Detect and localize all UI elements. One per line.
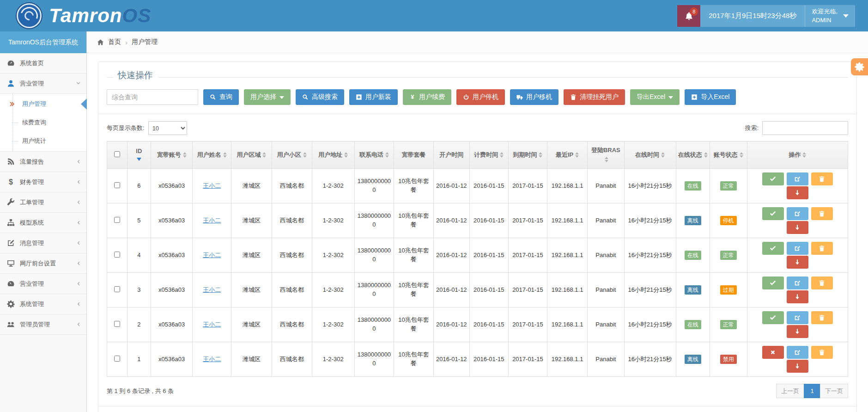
row-checkbox[interactable] bbox=[114, 321, 120, 327]
select-all-checkbox[interactable] bbox=[114, 151, 120, 157]
combined-search-input[interactable] bbox=[107, 89, 198, 105]
table-search-input[interactable] bbox=[762, 121, 848, 135]
sidebar-item-8[interactable]: 营业管理 bbox=[0, 274, 86, 294]
notifications-button[interactable]: 8 bbox=[677, 5, 700, 27]
column-header-community[interactable]: 用户小区 bbox=[272, 141, 312, 169]
column-header-online_status[interactable]: 在线状态 bbox=[676, 141, 710, 169]
toolbar-button-2[interactable]: 高级搜索 bbox=[296, 89, 344, 105]
download-action-button[interactable] bbox=[787, 360, 808, 373]
download-action-button[interactable] bbox=[787, 290, 808, 303]
compose-icon bbox=[7, 239, 15, 247]
toolbar-button-8[interactable]: 导出Excel bbox=[630, 89, 680, 105]
user-name-link[interactable]: 王小二 bbox=[203, 286, 221, 293]
column-header-expire_date[interactable]: 到期时间 bbox=[508, 141, 547, 169]
pagination-prev-button[interactable]: 上一页 bbox=[776, 384, 804, 398]
row-checkbox[interactable] bbox=[114, 356, 120, 362]
sidebar-item-1[interactable]: 营业管理 bbox=[0, 74, 86, 94]
user-name-link[interactable]: 王小二 bbox=[203, 217, 221, 224]
cell-checkbox[interactable] bbox=[107, 307, 127, 342]
sidebar-subitem-1[interactable]: 续费查询 bbox=[0, 113, 86, 132]
cell-online_time: 16小时21分15秒 bbox=[624, 342, 676, 377]
sidebar-item-5[interactable]: 模型系统 bbox=[0, 213, 86, 233]
column-header-account[interactable]: 宽带账号 bbox=[151, 141, 192, 169]
download-action-button[interactable] bbox=[787, 325, 808, 338]
sidebar-subitem-2[interactable]: 用户统计 bbox=[0, 132, 86, 150]
edit-action-button[interactable] bbox=[787, 172, 808, 185]
cell-checkbox[interactable] bbox=[107, 169, 127, 203]
delete-action-button[interactable] bbox=[811, 346, 833, 359]
pagination-page-button[interactable]: 1 bbox=[804, 384, 820, 398]
sidebar-item-3[interactable]: $财务管理 bbox=[0, 172, 86, 192]
sidebar-item-7[interactable]: 网厅前台设置 bbox=[0, 253, 86, 274]
sidebar-item-10[interactable]: 管理员管理 bbox=[0, 314, 86, 335]
row-checkbox[interactable] bbox=[114, 182, 120, 188]
sidebar-item-2[interactable]: 流量报告 bbox=[0, 152, 86, 172]
user-menu[interactable]: 欢迎光临, ADMIN bbox=[805, 5, 855, 27]
column-header-account_status[interactable]: 账号状态 bbox=[710, 141, 747, 169]
delete-action-button[interactable] bbox=[811, 207, 833, 220]
user-name-link[interactable]: 王小二 bbox=[203, 182, 221, 189]
sidebar-item-4[interactable]: 工单管理 bbox=[0, 192, 86, 213]
column-header-checkbox[interactable] bbox=[107, 141, 127, 169]
column-header-bill_date[interactable]: 计费时间 bbox=[469, 141, 508, 169]
column-header-label: 联系电话 bbox=[359, 151, 383, 158]
toolbar-button-5[interactable]: 用户停机 bbox=[456, 89, 505, 105]
column-header-ip[interactable]: 最近IP bbox=[547, 141, 587, 169]
download-action-button[interactable] bbox=[787, 256, 808, 269]
breadcrumb-home[interactable]: 首页 bbox=[108, 38, 121, 46]
user-name-link[interactable]: 王小二 bbox=[203, 356, 221, 363]
column-header-label: 宽带账号 bbox=[157, 151, 181, 158]
pagination-next-button[interactable]: 下一页 bbox=[820, 384, 848, 398]
cell-plan: 10兆包年套餐 bbox=[394, 342, 434, 377]
sidebar-subitem-0[interactable]: 用户管理 bbox=[0, 95, 86, 113]
page-size-select[interactable]: 10 bbox=[148, 121, 187, 135]
delete-action-button[interactable] bbox=[811, 172, 833, 185]
column-header-phone[interactable]: 联系电话 bbox=[354, 141, 394, 169]
cell-checkbox[interactable] bbox=[107, 342, 127, 377]
row-checkbox[interactable] bbox=[114, 286, 120, 292]
cell-checkbox[interactable] bbox=[107, 203, 127, 238]
column-header-region[interactable]: 用户区域 bbox=[231, 141, 272, 169]
download-action-button[interactable] bbox=[787, 186, 808, 199]
edit-action-button[interactable] bbox=[787, 277, 808, 289]
cell-checkbox[interactable] bbox=[107, 273, 127, 307]
toolbar-button-0[interactable]: 查询 bbox=[203, 89, 239, 105]
sidebar-item-0[interactable]: 系统首页 bbox=[0, 53, 86, 74]
cell-online_status: 在线 bbox=[676, 169, 710, 203]
user-name-link[interactable]: 王小二 bbox=[203, 321, 221, 328]
delete-action-button[interactable] bbox=[811, 242, 833, 255]
column-header-online_time[interactable]: 在线时间 bbox=[624, 141, 676, 169]
column-header-actions[interactable]: 操作 bbox=[747, 141, 848, 169]
edit-action-button[interactable] bbox=[787, 207, 808, 220]
approve-action-button[interactable] bbox=[762, 207, 784, 220]
cell-checkbox[interactable] bbox=[107, 238, 127, 273]
trash-icon bbox=[819, 349, 825, 356]
approve-action-button[interactable] bbox=[762, 277, 784, 289]
delete-action-button[interactable] bbox=[811, 311, 833, 324]
toolbar-button-3[interactable]: 用户新装 bbox=[349, 89, 398, 105]
row-checkbox[interactable] bbox=[114, 252, 120, 258]
edit-action-button[interactable] bbox=[787, 242, 808, 255]
row-checkbox[interactable] bbox=[114, 217, 120, 223]
column-header-id[interactable]: ID bbox=[127, 141, 151, 169]
toolbar-button-1[interactable]: 用户选择 bbox=[244, 89, 291, 105]
approve-action-button[interactable] bbox=[762, 172, 784, 185]
column-header-name[interactable]: 用户姓名 bbox=[193, 141, 231, 169]
user-name-link[interactable]: 王小二 bbox=[203, 252, 221, 258]
toolbar-button-4[interactable]: ¥用户续费 bbox=[403, 89, 451, 105]
download-action-button[interactable] bbox=[787, 221, 808, 234]
delete-action-button[interactable] bbox=[811, 277, 833, 289]
column-header-bras[interactable]: 登陆BRAS bbox=[588, 141, 624, 169]
toolbar-button-6[interactable]: 用户移机 bbox=[510, 89, 558, 105]
approve-action-button[interactable] bbox=[762, 311, 784, 324]
toolbar-button-7[interactable]: 清理挂死用户 bbox=[564, 89, 625, 105]
edit-action-button[interactable] bbox=[787, 311, 808, 324]
toolbar-button-9[interactable]: 导入Excel bbox=[685, 89, 736, 105]
settings-gear-button[interactable] bbox=[851, 58, 868, 75]
sidebar-item-9[interactable]: 系统管理 bbox=[0, 294, 86, 314]
deny-action-button[interactable] bbox=[762, 346, 784, 359]
column-header-address[interactable]: 用户地址 bbox=[312, 141, 354, 169]
approve-action-button[interactable] bbox=[762, 242, 784, 255]
edit-action-button[interactable] bbox=[787, 346, 808, 359]
sidebar-item-6[interactable]: 消息管理 bbox=[0, 233, 86, 253]
